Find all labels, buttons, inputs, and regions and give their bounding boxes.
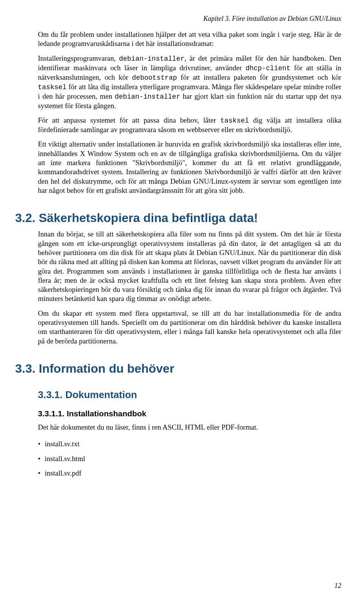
paragraph: Om du skapar ett system med flera uppsta… xyxy=(38,309,341,346)
section-3-3-body: 3.3.1. Dokumentation 3.3.1.1. Installati… xyxy=(15,389,341,478)
subsubsection-heading-3-3-1-1: 3.3.1.1. Installationshandbok xyxy=(38,409,341,419)
paragraph: Ett viktigt alternativ under installatio… xyxy=(38,140,341,195)
paragraph: Om du får problem under installationen h… xyxy=(38,30,341,49)
paragraph: Installeringsprogramvaran, debian-instal… xyxy=(38,54,341,110)
list-item: install.sv.pdf xyxy=(38,469,341,478)
text-run: För att anpassa systemet för att passa d… xyxy=(38,116,220,124)
paragraph: Innan du börjar, se till att säkerhetsko… xyxy=(38,230,341,304)
text-run: Installeringsprogramvaran, xyxy=(38,54,119,62)
code-literal: debian-installer xyxy=(119,55,185,63)
section-heading-3-2: 3.2. Säkerhetskopiera dina befintliga da… xyxy=(15,210,341,226)
section-3-2-body: Innan du börjar, se till att säkerhetsko… xyxy=(15,230,341,346)
section-heading-3-3: 3.3. Information du behöver xyxy=(15,361,341,376)
code-literal: dhcp-client xyxy=(245,65,290,72)
code-literal: tasksel xyxy=(220,117,249,124)
file-list: install.sv.txt install.sv.html install.s… xyxy=(38,439,341,478)
list-item: install.sv.html xyxy=(38,454,341,463)
running-head: Kapitel 3. Före installation av Debian G… xyxy=(15,14,341,23)
paragraph: Det här dokumentet du nu läser, finns i … xyxy=(38,423,341,432)
page-number: 12 xyxy=(334,581,341,590)
page: Kapitel 3. Före installation av Debian G… xyxy=(0,0,364,600)
code-literal: tasksel xyxy=(38,83,67,91)
code-literal: debian-installer xyxy=(115,93,180,101)
paragraph: För att anpassa systemet för att passa d… xyxy=(38,116,341,134)
text-run: för att installera paketen för grundsyst… xyxy=(177,73,341,81)
body-text-block: Om du får problem under installationen h… xyxy=(15,30,341,195)
subsection-heading-3-3-1: 3.3.1. Dokumentation xyxy=(38,389,341,401)
code-literal: debootstrap xyxy=(132,74,177,82)
list-item: install.sv.txt xyxy=(38,439,341,449)
